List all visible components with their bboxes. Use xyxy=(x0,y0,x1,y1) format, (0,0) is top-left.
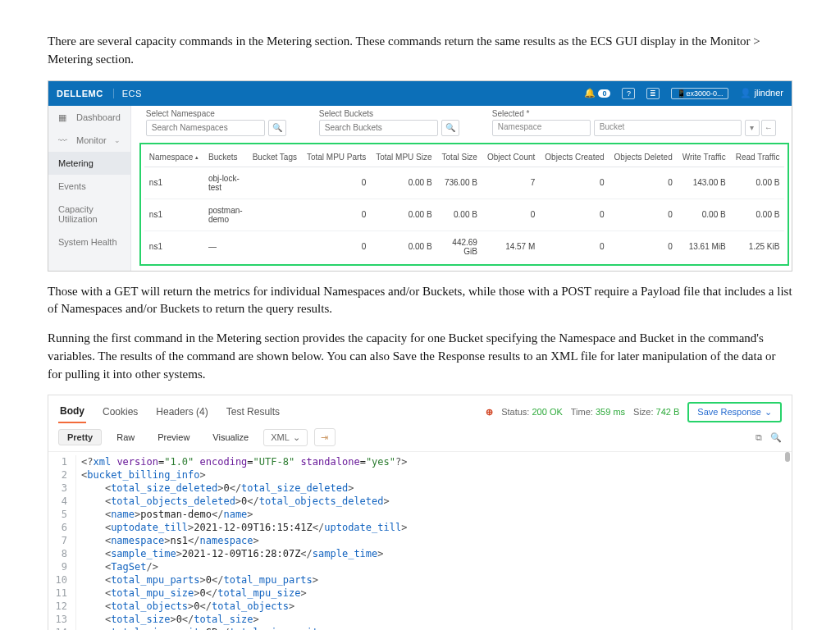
bell-count: 0 xyxy=(598,89,610,98)
sidebar-item-metering[interactable]: Metering xyxy=(48,152,130,175)
table-row[interactable]: ns1obj-lock-test 00.00 B 736.00 B7 00 14… xyxy=(144,167,785,199)
sidebar-item-system-health[interactable]: System Health xyxy=(48,231,130,253)
metering-table: Namespace ▴ Buckets Bucket Tags Total MP… xyxy=(144,148,785,262)
globe-icon: ⊕ xyxy=(486,407,493,418)
format-selector[interactable]: XML ⌄ xyxy=(263,429,308,446)
sidebar-item-capacity[interactable]: Capacity Utilization xyxy=(48,198,130,231)
brand-logo: DELLEMCECS xyxy=(57,89,142,98)
intro-paragraph-1: There are several capacity commands in t… xyxy=(48,33,792,69)
selected-bucket-box[interactable]: Bucket xyxy=(594,120,742,136)
col-read-traffic[interactable]: Read Traffic xyxy=(731,148,785,167)
response-body: 1<?xml version="1.0" encoding="UTF-8" st… xyxy=(48,452,792,630)
col-mpu-size[interactable]: Total MPU Size xyxy=(371,148,436,167)
sidebar-item-monitor[interactable]: 〰 Monitor ⌄ xyxy=(48,129,130,152)
filter-selected-label: Selected * xyxy=(492,109,776,118)
intro-paragraph-2: Those with a GET will return the metrics… xyxy=(48,283,792,319)
search-buckets-icon[interactable]: 🔍 xyxy=(441,120,459,136)
search-icon[interactable]: 🔍 xyxy=(770,432,782,443)
tab-test-results[interactable]: Test Results xyxy=(225,401,281,422)
view-raw[interactable]: Raw xyxy=(108,430,143,445)
scrollbar-thumb[interactable] xyxy=(785,452,790,462)
col-obj-count[interactable]: Object Count xyxy=(482,148,540,167)
selected-dropdown-icon[interactable]: ▾ xyxy=(745,120,760,136)
chevron-down-icon: ⌄ xyxy=(765,407,772,418)
save-response-button[interactable]: Save Response⌄ xyxy=(687,402,782,422)
table-row[interactable]: ns1— 00.00 B 442.69 GiB14.57 M 00 13.61 … xyxy=(144,231,785,262)
list-icon[interactable]: ≣ xyxy=(646,88,660,99)
metering-table-highlight: Namespace ▴ Buckets Bucket Tags Total MP… xyxy=(139,143,790,266)
selected-namespace-box[interactable]: Namespace xyxy=(492,120,591,136)
view-preview[interactable]: Preview xyxy=(149,430,198,445)
col-total-size[interactable]: Total Size xyxy=(437,148,482,167)
view-visualize[interactable]: Visualize xyxy=(204,430,257,445)
copy-icon[interactable]: ⧉ xyxy=(756,432,762,443)
sidebar-item-dashboard[interactable]: ▦ Dashboard xyxy=(48,106,130,129)
col-tags[interactable]: Bucket Tags xyxy=(248,148,302,167)
col-obj-deleted[interactable]: Objects Deleted xyxy=(609,148,678,167)
response-panel: Body Cookies Headers (4) Test Results ⊕ … xyxy=(48,395,792,630)
tab-body[interactable]: Body xyxy=(58,400,86,423)
col-namespace[interactable]: Namespace ▴ xyxy=(144,148,203,167)
tab-headers[interactable]: Headers (4) xyxy=(154,401,209,422)
chevron-down-icon: ⌄ xyxy=(293,432,300,443)
col-buckets[interactable]: Buckets xyxy=(203,148,248,167)
chevron-down-icon: ⌄ xyxy=(114,136,121,144)
view-pretty[interactable]: Pretty xyxy=(58,429,102,445)
sort-caret-icon: ▴ xyxy=(195,154,199,160)
col-mpu-parts[interactable]: Total MPU Parts xyxy=(302,148,371,167)
intro-paragraph-3: Running the first command in the Meterin… xyxy=(48,330,792,383)
filter-buckets-label: Select Buckets xyxy=(319,109,459,118)
filter-namespace-label: Select Namespace xyxy=(146,109,286,118)
selected-back-icon[interactable]: ← xyxy=(761,120,776,136)
search-namespaces-icon[interactable]: 🔍 xyxy=(268,120,286,136)
dashboard-icon: ▦ xyxy=(58,112,70,122)
col-obj-created[interactable]: Objects Created xyxy=(540,148,609,167)
tab-cookies[interactable]: Cookies xyxy=(101,401,139,422)
monitor-icon: 〰 xyxy=(58,135,70,145)
help-icon[interactable]: ? xyxy=(622,88,635,99)
search-namespaces-input[interactable] xyxy=(146,120,265,136)
search-buckets-input[interactable] xyxy=(319,120,438,136)
user-menu[interactable]: 👤 jlindner xyxy=(740,88,783,98)
col-write-traffic[interactable]: Write Traffic xyxy=(678,148,731,167)
sidebar-item-events[interactable]: Events xyxy=(48,175,130,198)
environment-selector[interactable]: 📱 ex3000-0... xyxy=(671,88,728,99)
ecs-header-bar: DELLEMCECS 🔔 0 ? ≣ 📱 ex3000-0... 👤 jlind… xyxy=(48,81,792,106)
table-row[interactable]: ns1postman-demo 00.00 B 0.00 B0 00 0.00 … xyxy=(144,199,785,231)
sidebar: ▦ Dashboard 〰 Monitor ⌄ Metering Events … xyxy=(48,106,131,271)
bell-icon: 🔔 xyxy=(584,88,596,98)
ecs-screenshot: DELLEMCECS 🔔 0 ? ≣ 📱 ex3000-0... 👤 jlind… xyxy=(48,80,792,272)
wrap-lines-icon[interactable]: ⇥ xyxy=(314,428,336,446)
notifications-bell[interactable]: 🔔 0 xyxy=(584,88,610,98)
